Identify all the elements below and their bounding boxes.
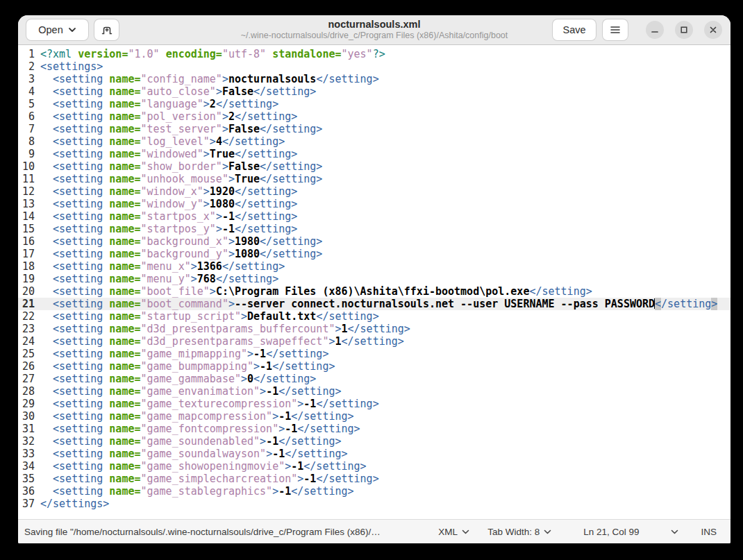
code-content: <setting name="game_mapcompression">-1</…: [35, 410, 354, 423]
code-line[interactable]: 11 <setting name="unhook_mouse">True</se…: [18, 173, 731, 185]
code-line[interactable]: 28 <setting name="game_envanimation">-1<…: [18, 385, 731, 398]
maximize-icon: [680, 26, 688, 34]
code-line[interactable]: 29 <setting name="game_texturecompressio…: [18, 398, 731, 410]
close-icon: [709, 26, 717, 34]
code-line[interactable]: 4 <setting name="auto_close">False</sett…: [18, 85, 731, 98]
main-menu-button[interactable]: [603, 19, 628, 40]
line-number: 13: [18, 198, 35, 210]
code-content: <settings>: [35, 60, 103, 73]
line-number: 23: [18, 323, 35, 335]
code-line[interactable]: 10 <setting name="show_border">False</se…: [18, 160, 731, 173]
cursor-position-label: Ln 21, Col 99: [583, 527, 639, 537]
code-content: <setting name="d3d_presentparams_swapeff…: [35, 335, 404, 348]
code-line[interactable]: 37</settings>: [18, 498, 731, 510]
open-button-label: Open: [38, 24, 62, 35]
code-line[interactable]: 20 <setting name="boot_file">C:\Program …: [18, 285, 731, 298]
code-content: <setting name="background_x">1980</setti…: [35, 235, 322, 248]
code-content: <setting name="game_bumpmapping">-1</set…: [35, 360, 335, 373]
code-line[interactable]: 16 <setting name="background_x">1980</se…: [18, 235, 731, 248]
open-button[interactable]: Open: [26, 19, 88, 40]
line-number: 8: [18, 135, 35, 148]
code-content: <setting name="menu_x">1366</setting>: [35, 260, 285, 273]
line-number: 22: [18, 310, 35, 323]
code-line[interactable]: 2<settings>: [18, 60, 731, 73]
code-line[interactable]: 24 <setting name="d3d_presentparams_swap…: [18, 335, 731, 348]
code-content: <setting name="startpos_y">-1</setting>: [35, 223, 297, 235]
line-number: 36: [18, 485, 35, 498]
code-content: <setting name="language">2</setting>: [35, 98, 278, 110]
code-content: <setting name="game_soundenabled">-1</se…: [35, 435, 342, 448]
minimize-icon: [651, 26, 659, 34]
code-content: <setting name="windowed">True</setting>: [35, 148, 297, 160]
code-line[interactable]: 30 <setting name="game_mapcompression">-…: [18, 410, 731, 423]
code-line[interactable]: 3 <setting name="config_name">nocturnals…: [18, 73, 731, 85]
code-line[interactable]: 6 <setting name="pol_version">2</setting…: [18, 110, 731, 123]
chevron-down-icon: [671, 529, 678, 534]
code-content: <setting name="game_stablegraphics">-1</…: [35, 485, 354, 498]
line-number: 11: [18, 173, 35, 185]
code-line[interactable]: 17 <setting name="background_y">1080</se…: [18, 248, 731, 260]
code-line[interactable]: 8 <setting name="log_level">4</setting>: [18, 135, 731, 148]
code-content: <setting name="game_envanimation">-1</se…: [35, 385, 342, 398]
code-content: <setting name="test_server">False</setti…: [35, 123, 322, 135]
maximize-button[interactable]: [675, 21, 693, 39]
line-number: 10: [18, 160, 35, 173]
language-selector[interactable]: XML: [434, 524, 474, 540]
code-content: <setting name="game_showopeningmovie">-1…: [35, 460, 367, 473]
editor-lines: 1<?xml version="1.0" encoding="utf-8" st…: [18, 48, 731, 510]
code-content: <setting name="boot_command">--server co…: [35, 298, 717, 310]
tab-width-selector[interactable]: Tab Width: 8: [483, 524, 556, 540]
code-line[interactable]: 18 <setting name="menu_x">1366</setting>: [18, 260, 731, 273]
hamburger-icon: [610, 26, 620, 34]
code-line[interactable]: 25 <setting name="game_mipmapping">-1</s…: [18, 348, 731, 360]
line-number: 25: [18, 348, 35, 360]
code-line[interactable]: 27 <setting name="game_gammabase">0</set…: [18, 373, 731, 385]
code-content: <?xml version="1.0" encoding="utf-8" sta…: [35, 48, 385, 60]
code-line[interactable]: 12 <setting name="window_x">1920</settin…: [18, 185, 731, 198]
code-content: <setting name="background_y">1080</setti…: [35, 248, 322, 260]
code-content: <setting name="menu_y">768</setting>: [35, 273, 278, 285]
code-line[interactable]: 34 <setting name="game_showopeningmovie"…: [18, 460, 731, 473]
window-title: nocturnalsouls.xml: [241, 19, 508, 31]
cursor-position-button[interactable]: Ln 21, Col 99: [579, 524, 643, 540]
goto-line-chevron-button[interactable]: [667, 527, 683, 537]
code-line[interactable]: 22 <setting name="startup_script">Defaul…: [18, 310, 731, 323]
code-content: <setting name="game_texturecompression">…: [35, 398, 379, 410]
code-line[interactable]: 13 <setting name="window_y">1080</settin…: [18, 198, 731, 210]
code-line[interactable]: 33 <setting name="game_soundalwayson">-1…: [18, 448, 731, 460]
code-content: <setting name="boot_file">C:\Program Fil…: [35, 285, 592, 298]
code-line[interactable]: 9 <setting name="windowed">True</setting…: [18, 148, 731, 160]
code-content: <setting name="game_gammabase">0</settin…: [35, 373, 316, 385]
close-button[interactable]: [704, 21, 722, 39]
code-line[interactable]: 15 <setting name="startpos_y">-1</settin…: [18, 223, 731, 235]
code-line[interactable]: 1<?xml version="1.0" encoding="utf-8" st…: [18, 48, 731, 60]
code-content: <setting name="log_level">4</setting>: [35, 135, 285, 148]
code-content: <setting name="window_y">1080</setting>: [35, 198, 297, 210]
new-tab-button[interactable]: [94, 19, 119, 40]
code-content: <setting name="auto_close">False</settin…: [35, 85, 316, 98]
code-line[interactable]: 36 <setting name="game_stablegraphics">-…: [18, 485, 731, 498]
header-right-controls: Save: [553, 19, 722, 40]
code-line[interactable]: 32 <setting name="game_soundenabled">-1<…: [18, 435, 731, 448]
code-line[interactable]: 26 <setting name="game_bumpmapping">-1</…: [18, 360, 731, 373]
code-line[interactable]: 5 <setting name="language">2</setting>: [18, 98, 731, 110]
line-number: 37: [18, 498, 35, 510]
code-line[interactable]: 31 <setting name="game_fontcompression">…: [18, 423, 731, 435]
code-line[interactable]: 35 <setting name="game_simplecharcreatio…: [18, 473, 731, 485]
editor-area[interactable]: 1<?xml version="1.0" encoding="utf-8" st…: [18, 45, 731, 519]
window-subtitle: ~/.wine-nocturnalsouls/drive_c/Program F…: [241, 31, 508, 41]
code-line[interactable]: 21 <setting name="boot_command">--server…: [18, 298, 731, 310]
minimize-button[interactable]: [646, 21, 664, 39]
line-number: 2: [18, 60, 35, 73]
code-content: <setting name="game_soundalwayson">-1</s…: [35, 448, 348, 460]
code-line[interactable]: 23 <setting name="d3d_presentparams_buff…: [18, 323, 731, 335]
code-line[interactable]: 14 <setting name="startpos_x">-1</settin…: [18, 210, 731, 223]
save-button[interactable]: Save: [553, 19, 596, 40]
line-number: 6: [18, 110, 35, 123]
line-number: 20: [18, 285, 35, 298]
line-number: 12: [18, 185, 35, 198]
insert-mode-indicator: INS: [701, 527, 717, 537]
line-number: 4: [18, 85, 35, 98]
code-line[interactable]: 19 <setting name="menu_y">768</setting>: [18, 273, 731, 285]
code-line[interactable]: 7 <setting name="test_server">False</set…: [18, 123, 731, 135]
